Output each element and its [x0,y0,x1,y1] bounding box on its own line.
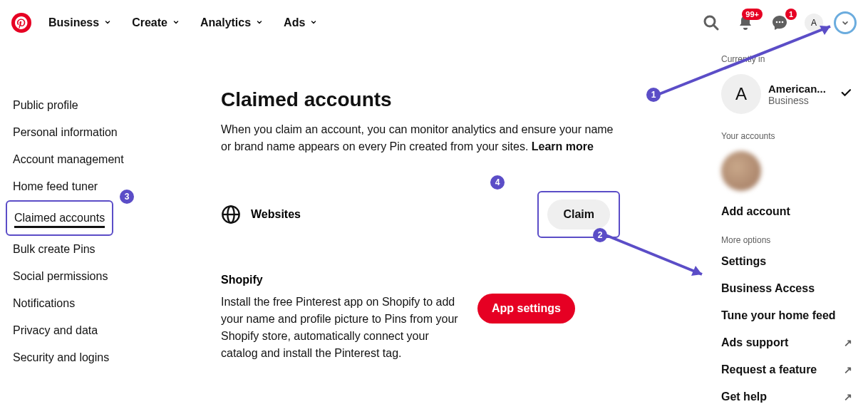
sidebar-personal-info[interactable]: Personal information [13,119,118,146]
nav-ads[interactable]: Ads [274,9,328,36]
dd-tune-feed[interactable]: Tune your home feed [708,302,865,329]
svg-line-8 [659,26,830,94]
page-title: Claimed accounts [221,88,620,111]
dd-business-access[interactable]: Business Access [708,275,865,302]
annotation-2: 2 [593,228,607,242]
sidebar-social-perms[interactable]: Social permissions [13,263,108,290]
nav-business[interactable]: Business [38,9,122,36]
arrow-2 [602,228,716,285]
shopify-desc: Install the free Pinterest app on Shopif… [221,294,463,362]
arrow-1 [656,16,848,101]
dd-request-feature[interactable]: Request a feature↗ [708,356,865,383]
external-icon: ↗ [844,337,852,348]
sidebar-privacy[interactable]: Privacy and data [13,317,98,344]
sidebar-notifications[interactable]: Notifications [13,290,75,317]
app-settings-button[interactable]: App settings [477,294,575,324]
sidebar-account-mgmt[interactable]: Account management [13,146,124,173]
sidebar-home-feed[interactable]: Home feed tuner [13,173,98,200]
dd-more-options: More options [708,225,865,248]
sidebar-bulk-pins[interactable]: Bulk create Pins [13,236,95,263]
dd-add-account[interactable]: Add account [708,198,865,225]
dd-settings[interactable]: Settings [708,248,865,275]
annotation-1: 1 [646,88,661,102]
settings-sidebar: Public profile Personal information Acco… [0,46,192,371]
sidebar-public-profile[interactable]: Public profile [13,92,78,119]
annotation-4: 4 [490,175,505,190]
pinterest-logo[interactable] [11,13,31,33]
page-desc: When you claim an account, you can monit… [221,121,620,155]
sidebar-claimed-accounts[interactable]: Claimed accounts [14,205,105,232]
dd-ads-support[interactable]: Ads support↗ [708,329,865,356]
sidebar-security[interactable]: Security and logins [13,344,109,371]
shopify-title: Shopify [221,274,620,286]
external-icon: ↗ [844,391,852,403]
dd-other-account[interactable] [721,151,761,191]
nav-create[interactable]: Create [122,9,190,36]
globe-icon [221,205,241,224]
claim-button[interactable]: Claim [547,200,610,229]
external-icon: ↗ [844,364,852,376]
svg-line-10 [606,235,702,274]
annotation-3: 3 [120,190,134,204]
dd-your-accounts: Your accounts [708,121,865,144]
dd-get-help[interactable]: Get help↗ [708,383,865,410]
websites-label: Websites [251,208,537,221]
learn-more-link[interactable]: Learn more [532,140,594,152]
nav-analytics[interactable]: Analytics [190,9,274,36]
